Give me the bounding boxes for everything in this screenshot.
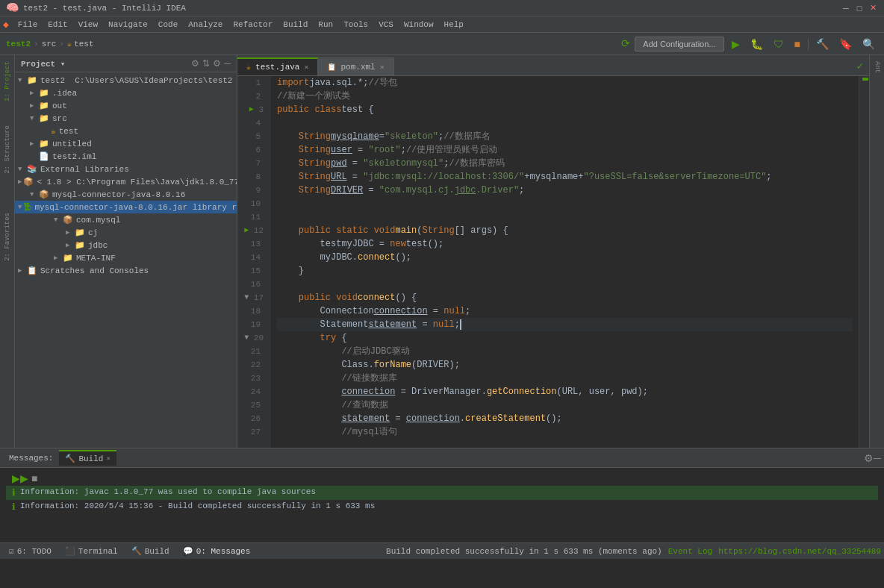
ant-tab-icon[interactable]: Ant (872, 58, 883, 76)
breadcrumb-src[interactable]: src (42, 40, 57, 49)
close-button[interactable]: ✕ (868, 3, 878, 13)
csdn-link[interactable]: https://blog.csdn.net/qq_33254489 (718, 547, 881, 556)
tree-item-mysql-lib[interactable]: ▼ 📦 mysql-connector-java-8.0.16 (15, 188, 237, 201)
code-line-12: public static void main(String[] args) { (277, 224, 853, 237)
build-message-2: ℹ Information: 2020/5/4 15:36 - Build co… (6, 500, 878, 514)
menu-edit[interactable]: Edit (43, 19, 72, 31)
panel-sync-button[interactable]: ⇅ (202, 58, 210, 69)
window-controls[interactable]: ─ □ ✕ (841, 3, 878, 13)
tree-item-ext-lib[interactable]: ▼ 📚 External Libraries (15, 163, 237, 175)
xml-tab-icon: 📋 (327, 63, 336, 72)
menu-code[interactable]: Code (154, 19, 182, 31)
panel-actions: ⚙ ⇅ ⚙ ─ (191, 58, 231, 69)
code-line-13: test myJDBC = new test(); (277, 237, 853, 251)
tab-close-pom-xml[interactable]: ✕ (380, 63, 385, 72)
build-project-button[interactable]: 🔨 (813, 37, 832, 51)
fold-arrow-20[interactable]: ▼ (244, 331, 249, 345)
build-tab-icon: 🔨 (65, 454, 75, 463)
menu-refactor[interactable]: Refactor (228, 19, 277, 31)
code-line-19: Statement statement = null; (277, 318, 853, 331)
tree-item-meta-inf[interactable]: ▶ 📁 META-INF (15, 251, 237, 264)
build-message-text-2: Information: 2020/5/4 15:36 - Build comp… (20, 501, 375, 510)
menu-navigate[interactable]: Navigate (104, 19, 152, 31)
window-title: test2 - test.java - IntelliJ IDEA (23, 4, 186, 13)
fold-arrow-17[interactable]: ▼ (244, 291, 249, 304)
menu-view[interactable]: View (74, 19, 102, 31)
menu-analyze[interactable]: Analyze (184, 19, 227, 31)
line-num-4: 4 (237, 116, 265, 130)
tree-item-jdbc[interactable]: ▶ 📁 jdbc (15, 239, 237, 251)
status-tab-build[interactable]: 🔨 Build (125, 545, 175, 557)
tree-label-meta-inf: META-INF (76, 254, 116, 263)
tree-item-idea[interactable]: ▶ 📁 .idea (15, 87, 237, 99)
code-line-3: public class test { (277, 103, 853, 116)
code-editor: 1 2 ▶ 3 4 5 6 7 8 9 10 11 ▶ 12 13 14 15 (237, 76, 869, 448)
tree-item-out[interactable]: ▶ 📁 out (15, 99, 237, 112)
panel-close-button[interactable]: ─ (224, 58, 231, 69)
code-line-8: String URL = "jdbc:mysql://localhost:330… (277, 170, 853, 184)
tree-label-src: src (52, 114, 67, 123)
tab-test-java[interactable]: ☕ test.java ✕ (237, 57, 318, 75)
stop-button[interactable]: ■ (791, 37, 803, 51)
breadcrumb-project[interactable]: test2 (6, 40, 31, 49)
tree-label-test: test (59, 127, 78, 136)
search-everywhere-button[interactable]: 🔍 (859, 37, 878, 51)
panel-settings-button[interactable]: ⚙ (191, 58, 199, 69)
tab-pom-xml[interactable]: 📋 pom.xml ✕ (318, 57, 393, 75)
status-tab-todo[interactable]: ☑ 6: TODO (3, 545, 57, 557)
tree-item-scratches[interactable]: ▶ 📋 Scratches and Consoles (15, 264, 237, 277)
status-tab-messages[interactable]: 💬 0: Messages (177, 545, 257, 557)
line-num-19: 19 (237, 318, 265, 331)
tab-label-test-java: test.java (255, 63, 299, 72)
menu-file[interactable]: File (13, 19, 42, 31)
bottom-settings-button[interactable]: ⚙ (864, 452, 874, 464)
tab-close-test-java[interactable]: ✕ (304, 63, 308, 72)
build-stop-button[interactable]: ■ (31, 472, 37, 484)
tree-item-src[interactable]: ▼ 📁 src (15, 112, 237, 125)
todo-icon: ☑ (9, 546, 14, 556)
tree-item-cj[interactable]: ▶ 📁 cj (15, 226, 237, 239)
menu-tools[interactable]: Tools (339, 19, 373, 31)
build-tab-close[interactable]: ✕ (106, 454, 110, 463)
run-with-coverage-button[interactable]: 🛡 (771, 37, 787, 51)
info-icon-1: ℹ (12, 487, 16, 498)
run-configuration-button[interactable]: Add Configuration... (635, 37, 723, 51)
tree-item-iml[interactable]: 📄 test2.iml (15, 150, 237, 163)
menu-help[interactable]: Help (440, 19, 468, 31)
tree-item-test-java[interactable]: ☕ test (15, 125, 237, 137)
panel-gear-button[interactable]: ⚙ (213, 58, 221, 69)
menu-vcs[interactable]: VCS (374, 19, 398, 31)
terminal-label: Terminal (78, 547, 118, 556)
tree-item-jdk[interactable]: ▶ 📦 < 1.8 > C:\Program Files\Java\jdk1.8… (15, 175, 237, 188)
menu-window[interactable]: Window (399, 19, 438, 31)
fold-arrow-3[interactable]: ▶ (249, 103, 254, 116)
breadcrumb-class[interactable]: ☕ test (67, 40, 93, 49)
status-tab-terminal[interactable]: ⬛ Terminal (59, 545, 124, 557)
minimize-button[interactable]: ─ (841, 3, 851, 13)
event-log-link[interactable]: Event Log (668, 547, 712, 556)
menu-run[interactable]: Run (314, 19, 337, 31)
right-panel-icons: Ant (869, 55, 884, 448)
bottom-minimize-button[interactable]: ─ (874, 452, 881, 464)
structure-tab-icon[interactable]: 2: Structure (2, 122, 13, 177)
fold-arrow-12[interactable]: ▶ (244, 224, 249, 237)
debug-button[interactable]: 🐛 (747, 37, 766, 51)
favorites-tab-icon[interactable]: 2: Favorites (2, 210, 13, 264)
build-rerun-button[interactable]: ▶▶ (12, 472, 28, 484)
build-tab[interactable]: 🔨 Build ✕ (59, 450, 116, 466)
menu-build[interactable]: Build (278, 19, 312, 31)
left-sidebar-icons: 1: Project 2: Structure 2: Favorites (0, 55, 15, 448)
tree-item-com-mysql[interactable]: ▼ 📦 com.mysql (15, 213, 237, 226)
checkmark-icon: ✓ (851, 57, 869, 75)
line-num-5: 5 (237, 130, 265, 143)
bookmarks-button[interactable]: 🔖 (836, 37, 855, 51)
code-line-7: String pwd = "skeletonmysql";//数据库密码 (277, 157, 853, 170)
maximize-button[interactable]: □ (854, 3, 865, 13)
tree-item-jar[interactable]: ▼ 🗜 mysql-connector-java-8.0.16.jar libr… (15, 201, 237, 213)
tree-item-untitled[interactable]: ▶ 📁 untitled (15, 137, 237, 150)
code-content[interactable]: import java.sql.*;//导包 //新建一个测试类 public … (271, 76, 859, 448)
project-tab-icon[interactable]: 1: Project (2, 58, 13, 104)
info-icon-2: ℹ (12, 501, 16, 513)
run-button[interactable]: ▶ (729, 37, 743, 51)
tree-item-root[interactable]: ▼ 📁 test2 C:\Users\ASUS\IdeaProjects\tes… (15, 74, 237, 87)
